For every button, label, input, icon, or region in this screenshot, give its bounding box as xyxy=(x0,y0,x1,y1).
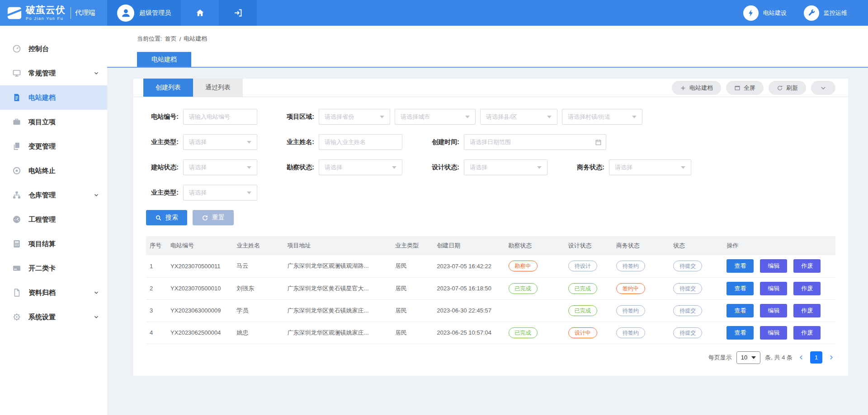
void-button[interactable]: 作废 xyxy=(793,304,821,317)
per-page-prefix: 每页显示 xyxy=(708,354,732,362)
file-icon xyxy=(12,288,21,297)
nav-station-build-label: 电站建设 xyxy=(763,9,787,17)
prev-page-button[interactable] xyxy=(797,354,806,360)
void-button[interactable]: 作废 xyxy=(793,282,821,295)
select-placeholder: 请选择县/区 xyxy=(486,113,517,121)
cell-design: 已完成 xyxy=(565,299,613,322)
sidebar-item-change-mgmt[interactable]: 变更管理 xyxy=(0,134,107,159)
sidebar-item-label: 开二类卡 xyxy=(28,264,99,273)
filter-village-select[interactable]: 请选择村镇/街道 xyxy=(562,109,642,125)
sidebar-item-engineering-mgmt[interactable]: 工程管理 xyxy=(0,207,107,232)
filter-label: 建站状态: xyxy=(146,163,179,172)
sidebar: 控制台常规管理电站建档项目立项变更管理电站终止仓库管理工程管理项目结算开二类卡资… xyxy=(0,26,107,415)
home-button[interactable] xyxy=(181,0,219,26)
toolbar-collapse-button[interactable] xyxy=(811,81,835,95)
sidebar-item-class2-card[interactable]: 开二类卡 xyxy=(0,256,107,280)
filter-build-status-select[interactable]: 请选择 xyxy=(183,159,257,175)
void-button[interactable]: 作废 xyxy=(793,326,821,340)
sidebar-item-console[interactable]: 控制台 xyxy=(0,37,107,61)
briefcase-icon xyxy=(12,117,21,126)
nav-monitor-ops[interactable]: 监控运维 xyxy=(804,5,847,21)
sidebar-item-label: 电站建档 xyxy=(28,93,99,102)
toolbar-create-station-button[interactable]: 电站建档 xyxy=(672,81,721,95)
sidebar-item-data-archive[interactable]: 资料归档 xyxy=(0,280,107,305)
edit-button[interactable]: 编辑 xyxy=(760,282,787,295)
filter-created-range-input[interactable] xyxy=(464,134,606,150)
survey-status-badge: 已完成 xyxy=(509,283,538,294)
view-button[interactable]: 查看 xyxy=(726,304,754,317)
select-placeholder: 请选择 xyxy=(189,138,207,146)
business-status-badge: 签约中 xyxy=(616,283,645,294)
header-spacer xyxy=(257,0,743,26)
cell-actions: 查看编辑作废 xyxy=(723,299,835,322)
logout-button[interactable] xyxy=(219,0,257,26)
plus-icon xyxy=(680,85,686,91)
filter-owner-type-select[interactable]: 请选择 xyxy=(183,134,257,150)
search-icon xyxy=(155,214,162,221)
chevron-down-icon xyxy=(94,192,99,198)
next-page-button[interactable] xyxy=(827,354,835,360)
sidebar-item-system-settings[interactable]: 系统设置 xyxy=(0,305,107,329)
cell-business: 待签约 xyxy=(613,322,670,344)
caret-down-icon xyxy=(380,116,384,118)
sidebar-item-station-archive[interactable]: 电站建档 xyxy=(0,85,107,110)
column-header: 设计状态 xyxy=(565,236,613,255)
sidebar-item-general-mgmt[interactable]: 常规管理 xyxy=(0,61,107,85)
filter-province-select[interactable]: 请选择省份 xyxy=(319,109,390,125)
sidebar-item-station-terminate[interactable]: 电站终止 xyxy=(0,159,107,183)
table-row: 4YX2023062500004姚忠广东深圳龙华区观澜镇姚家庄...居民2023… xyxy=(146,322,835,344)
filter-station-code-input[interactable] xyxy=(183,109,257,125)
edit-button[interactable]: 编辑 xyxy=(760,304,787,317)
cell-actions: 查看编辑作废 xyxy=(723,322,835,344)
chevron-down-icon xyxy=(94,290,99,295)
cell-seq: 2 xyxy=(146,277,167,299)
brand-logo-icon xyxy=(7,5,22,21)
sidebar-item-warehouse-mgmt[interactable]: 仓库管理 xyxy=(0,183,107,207)
toolbar-fullscreen-button[interactable]: 全屏 xyxy=(726,81,764,95)
home-icon xyxy=(195,8,205,18)
current-page[interactable]: 1 xyxy=(810,351,822,364)
cell-status: 待提交 xyxy=(670,299,723,322)
cell-code: YX2023063000009 xyxy=(167,299,233,322)
filter-owner-name-input[interactable] xyxy=(319,134,402,150)
view-button[interactable]: 查看 xyxy=(726,282,754,295)
search-button[interactable]: 搜索 xyxy=(146,210,187,225)
filter-county-select[interactable]: 请选择县/区 xyxy=(480,109,557,125)
reset-button[interactable]: 重置 xyxy=(193,210,234,225)
table-row: 2YX2023070500010刘强东广东深圳龙华区黄石镇星官大...居民202… xyxy=(146,277,835,299)
filter-design-status-select[interactable]: 请选择 xyxy=(464,159,547,175)
nav-station-build[interactable]: 电站建设 xyxy=(743,5,787,21)
pages-icon xyxy=(12,142,21,151)
portal-label: 代理端 xyxy=(75,9,95,17)
sidebar-item-project-setup[interactable]: 项目立项 xyxy=(0,110,107,134)
user-menu[interactable]: 超级管理员 xyxy=(107,0,181,26)
cell-type: 居民 xyxy=(392,255,433,277)
header-shortcuts: 电站建设 监控运维 xyxy=(743,0,868,26)
filter-survey-status-select[interactable]: 请选择 xyxy=(319,159,402,175)
cell-actions: 查看编辑作废 xyxy=(723,277,835,299)
view-button[interactable]: 查看 xyxy=(726,326,754,340)
view-button[interactable]: 查看 xyxy=(726,259,754,273)
business-status-badge: 待签约 xyxy=(616,327,645,338)
status-badge: 待提交 xyxy=(673,327,702,338)
filter-row: 建站状态:请选择勘察状态:请选择设计状态:请选择商务状态:请选择 xyxy=(146,159,835,175)
business-status-badge: 待签约 xyxy=(616,305,645,316)
void-button[interactable]: 作废 xyxy=(793,259,821,273)
filter-label: 设计状态: xyxy=(427,163,459,172)
tab-passed-list[interactable]: 通过列表 xyxy=(193,79,243,97)
page-tab-station-archive[interactable]: 电站建档 xyxy=(137,52,191,67)
toolbar-refresh-button[interactable]: 刷新 xyxy=(769,81,806,95)
tab-create-list[interactable]: 创建列表 xyxy=(143,79,193,97)
sidebar-item-project-settlement[interactable]: 项目结算 xyxy=(0,232,107,256)
filter-owner-type2-select[interactable]: 请选择 xyxy=(183,185,257,201)
filter-group: 电站编号: xyxy=(146,109,262,125)
per-page-select[interactable]: 10 xyxy=(736,351,760,364)
filter-city-select[interactable]: 请选择城市 xyxy=(395,109,476,125)
edit-button[interactable]: 编辑 xyxy=(760,326,787,340)
breadcrumb-home[interactable]: 首页 xyxy=(165,35,177,43)
caret-down-icon xyxy=(547,116,552,118)
avatar xyxy=(117,5,134,22)
filter-business-status-select[interactable]: 请选择 xyxy=(609,159,691,175)
edit-button[interactable]: 编辑 xyxy=(760,259,787,273)
select-placeholder: 请选择省份 xyxy=(325,113,354,121)
